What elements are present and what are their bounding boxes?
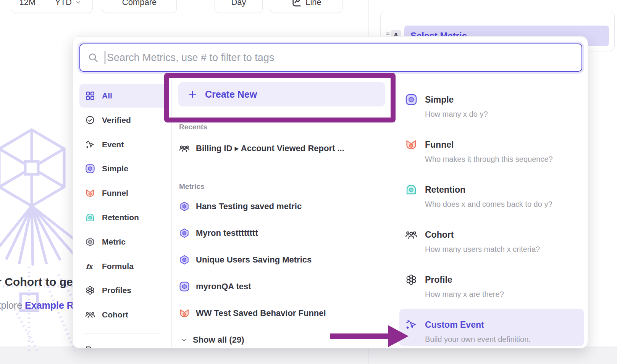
metric-purple-icon xyxy=(179,254,190,265)
simple-icon xyxy=(179,281,190,292)
metric-list-item[interactable]: Hans Testing saved metric xyxy=(179,200,385,213)
metric-type-title: Custom Event xyxy=(425,319,484,331)
background-headline: or Cohort to ge xyxy=(0,275,73,288)
plus-icon xyxy=(187,89,197,99)
page-bottom-strip xyxy=(0,346,617,364)
sidebar-item-label: Simple xyxy=(102,164,128,173)
chevron-down-icon xyxy=(180,336,188,344)
background-explore-line: xplore Example R xyxy=(0,300,74,311)
metric-item-label: Unique Users Saving Metrics xyxy=(196,255,312,265)
retention-icon xyxy=(85,213,95,222)
chart-type-label: Line xyxy=(305,0,321,7)
metric-type-description: How many users match x criteria? xyxy=(425,244,581,254)
sidebar-item-label: Metric xyxy=(102,237,126,246)
columns-divider xyxy=(393,81,393,348)
svg-text:fx: fx xyxy=(86,263,93,270)
sidebar-item-cohort[interactable]: Cohort xyxy=(79,303,167,327)
custom-event-icon xyxy=(405,319,417,331)
show-all-label: Show all (29) xyxy=(193,335,244,345)
sidebar-item-profiles[interactable]: Profiles xyxy=(79,279,167,302)
compare-button[interactable]: Compare xyxy=(102,0,177,13)
metric-gray-icon xyxy=(85,237,95,247)
example-reports-link[interactable]: Example R xyxy=(25,300,74,311)
sidebar-item-tags[interactable]: Tags xyxy=(79,339,167,348)
recents-section-label: Recents xyxy=(179,123,207,131)
metric-list-item[interactable]: WW Test Saved Behavior Funnel xyxy=(179,306,385,320)
sidebar-item-funnel[interactable]: Funnel xyxy=(79,181,167,205)
funnel-icon xyxy=(405,139,417,151)
funnel-icon xyxy=(85,188,95,198)
explore-text: xplore xyxy=(0,300,25,311)
sidebar-item-label: Funnel xyxy=(102,188,128,198)
date-range-control: 12M YTD xyxy=(11,0,93,13)
sidebar-divider xyxy=(171,81,172,348)
metric-type-description: Build your own event definition. xyxy=(425,334,581,344)
range-12m-button[interactable]: 12M xyxy=(11,0,44,13)
metric-type-retention[interactable]: RetentionWho does x and comes back to do… xyxy=(405,184,581,209)
background-illustration xyxy=(0,126,76,351)
sidebar-item-label: Retention xyxy=(102,213,139,222)
metric-type-title: Profile xyxy=(425,274,452,286)
chevron-down-icon xyxy=(75,0,82,6)
sidebar-item-event[interactable]: Event xyxy=(79,133,167,156)
app-canvas: or Cohort to ge xplore Example R 12M YTD… xyxy=(0,0,617,364)
sidebar-item-label: Verified xyxy=(102,116,131,125)
recent-item[interactable]: Billing ID ▸ Account Viewed Report ... xyxy=(179,142,385,155)
create-new-label: Create New xyxy=(205,89,257,100)
metric-type-simple[interactable]: SimpleHow many x do y? xyxy=(405,93,581,119)
range-ytd-button[interactable]: YTD xyxy=(44,0,92,13)
metric-list-item[interactable]: myronQA test xyxy=(179,280,385,293)
metric-picker-modal: AllVerifiedEventSimpleFunnelRetentionMet… xyxy=(73,36,588,348)
sidebar-item-simple[interactable]: Simple xyxy=(79,157,167,180)
metric-type-funnel[interactable]: FunnelWho makes it through this sequence… xyxy=(405,139,581,164)
line-chart-icon xyxy=(291,0,302,8)
metric-list-item[interactable]: Unique Users Saving Metrics xyxy=(179,253,385,267)
sidebar-item-formula[interactable]: fxFormula xyxy=(79,254,167,278)
sidebar-item-all[interactable]: All xyxy=(79,84,167,108)
funnel-icon xyxy=(179,308,190,319)
show-all-button[interactable]: Show all (29) xyxy=(180,334,294,346)
metric-item-label: myronQA test xyxy=(196,282,251,292)
range-ytd-label: YTD xyxy=(55,0,72,7)
metric-type-title: Simple xyxy=(425,93,454,106)
metric-type-cohort[interactable]: CohortHow many users match x criteria? xyxy=(405,229,581,254)
chart-type-line-button[interactable]: Line xyxy=(270,0,342,13)
recent-item-label: Billing ID ▸ Account Viewed Report ... xyxy=(196,143,344,153)
metric-type-profile[interactable]: ProfileHow many x are there? xyxy=(405,274,581,299)
cohort-icon xyxy=(179,143,190,154)
metric-type-description: Who does x and comes back to do y? xyxy=(425,199,581,209)
sidebar-item-label: Cohort xyxy=(102,310,128,319)
metric-purple-icon xyxy=(179,228,190,238)
metric-type-title: Cohort xyxy=(425,229,454,241)
metric-item-label: Hans Testing saved metric xyxy=(196,201,302,211)
verified-icon xyxy=(85,115,95,125)
retention-icon xyxy=(405,184,417,196)
metric-purple-icon xyxy=(179,201,190,212)
formula-icon: fx xyxy=(85,261,95,271)
tag-icon xyxy=(85,346,95,348)
metric-type-description: How many x are there? xyxy=(425,289,581,299)
sidebar-item-verified[interactable]: Verified xyxy=(79,108,167,132)
profiles-icon xyxy=(405,274,417,286)
event-icon xyxy=(85,140,95,150)
grid-icon xyxy=(85,91,95,101)
search-input[interactable] xyxy=(79,43,582,72)
sidebar-item-label: All xyxy=(102,91,112,100)
create-new-button[interactable]: Create New xyxy=(178,82,385,106)
sidebar-item-label: Tags xyxy=(102,346,120,348)
metric-item-label: WW Test Saved Behavior Funnel xyxy=(196,308,326,318)
interval-day-button[interactable]: Day xyxy=(215,0,263,13)
text-cursor xyxy=(105,51,105,64)
simple-icon xyxy=(85,164,95,174)
cohort-icon xyxy=(85,310,95,320)
metric-type-custom-event[interactable]: Custom EventBuild your own event definit… xyxy=(405,319,581,344)
sidebar-item-label: Profiles xyxy=(102,286,131,295)
metric-list-item[interactable]: Myron testttttttt xyxy=(179,226,385,240)
interval-label: Day xyxy=(231,0,246,7)
sidebar-section-divider xyxy=(84,333,161,333)
sidebar-item-retention[interactable]: Retention xyxy=(79,206,167,229)
metric-type-description: Who makes it through this sequence? xyxy=(425,154,581,164)
sidebar-item-metric[interactable]: Metric xyxy=(79,230,167,254)
search-icon xyxy=(88,52,99,63)
metric-item-label: Myron testttttttt xyxy=(196,228,258,238)
